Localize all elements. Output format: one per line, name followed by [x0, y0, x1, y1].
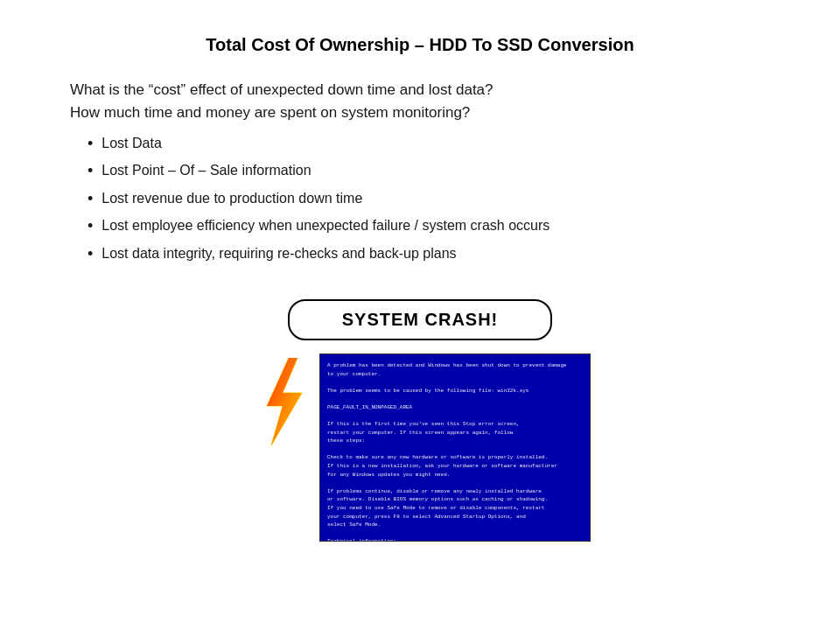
bsod-line12: Check to make sure any new hardware or s… — [327, 453, 583, 462]
crash-image-container: A problem has been detected and Windows … — [249, 354, 591, 542]
system-crash-box: SYSTEM CRASH! — [288, 299, 553, 340]
bullet-list: Lost DataLost Point – Of – Sale informat… — [70, 134, 788, 264]
bsod-line6: PAGE_FAULT_IN_NONPAGED_AREA — [327, 403, 583, 412]
intro-question-2: How much time and money are spent on sys… — [70, 104, 788, 122]
bullet-item-0: Lost Data — [88, 134, 788, 154]
svg-marker-1 — [267, 358, 302, 445]
bsod-line8: If this is the first time you've seen th… — [327, 420, 583, 429]
bsod-line9: restart your computer. If this screen ap… — [327, 429, 583, 438]
slide-container: Total Cost Of Ownership – HDD To SSD Con… — [0, 0, 840, 630]
lightning-bolt-icon — [249, 358, 311, 449]
bsod-line19: your computer, press F8 to select Advanc… — [327, 513, 583, 522]
system-crash-label: SYSTEM CRASH! — [342, 310, 499, 329]
bsod-line22: Technical information: — [327, 537, 583, 542]
bsod-line2: to your computer. — [327, 370, 583, 379]
bsod-line14: for any Windows updates you might need. — [327, 471, 583, 480]
intro-question-1: What is the “cost” effect of unexpected … — [70, 81, 788, 99]
bsod-line17: or software. Disable BIOS memory options… — [327, 495, 583, 504]
bsod-line13: If this is a new installation, ask your … — [327, 462, 583, 471]
bullet-item-1: Lost Point – Of – Sale information — [88, 161, 788, 181]
bullet-item-2: Lost revenue due to production down time — [88, 189, 788, 209]
content-area: What is the “cost” effect of unexpected … — [52, 81, 788, 290]
system-crash-section: SYSTEM CRASH! A — [52, 299, 788, 542]
bsod-screen: A problem has been detected and Windows … — [319, 354, 591, 542]
bsod-line1: A problem has been detected and Windows … — [327, 361, 583, 370]
bsod-line20: select Safe Mode. — [327, 521, 583, 529]
slide-title: Total Cost Of Ownership – HDD To SSD Con… — [206, 35, 634, 55]
bsod-line10: these steps: — [327, 437, 583, 445]
bullet-item-3: Lost employee efficiency when unexpected… — [88, 216, 788, 236]
bsod-line16: If problems continue, disable or remove … — [327, 487, 583, 496]
bsod-line18: If you need to use Safe Mode to remove o… — [327, 504, 583, 513]
bsod-text: A problem has been detected and Windows … — [327, 361, 583, 542]
bullet-item-4: Lost data integrity, requiring re-checks… — [88, 244, 788, 264]
bsod-line4: The problem seems to be caused by the fo… — [327, 387, 583, 396]
